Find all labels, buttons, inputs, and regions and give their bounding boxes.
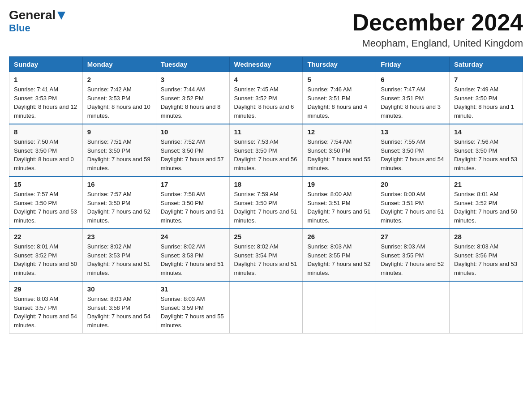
table-row: 22Sunrise: 8:01 AMSunset: 3:52 PMDayligh…	[9, 229, 83, 281]
daylight-text: Daylight: 7 hours and 50 minutes.	[454, 208, 517, 224]
day-info: Sunrise: 8:02 AMSunset: 3:53 PMDaylight:…	[161, 242, 225, 277]
day-number: 24	[161, 233, 225, 240]
table-row: 11Sunrise: 7:53 AMSunset: 3:50 PMDayligh…	[229, 124, 303, 176]
day-info: Sunrise: 7:41 AMSunset: 3:53 PMDaylight:…	[14, 85, 78, 120]
day-info: Sunrise: 7:51 AMSunset: 3:50 PMDaylight:…	[87, 137, 151, 172]
table-row	[303, 281, 376, 334]
subtitle: Meopham, England, United Kingdom	[352, 38, 523, 49]
day-info: Sunrise: 7:53 AMSunset: 3:50 PMDaylight:…	[234, 137, 298, 172]
daylight-text: Daylight: 7 hours and 50 minutes.	[14, 261, 77, 276]
calendar-week-row: 22Sunrise: 8:01 AMSunset: 3:52 PMDayligh…	[9, 229, 523, 281]
sunrise-text: Sunrise: 8:03 AM	[161, 295, 205, 302]
day-info: Sunrise: 8:01 AMSunset: 3:52 PMDaylight:…	[454, 190, 518, 225]
table-row: 19Sunrise: 8:00 AMSunset: 3:51 PMDayligh…	[303, 176, 376, 229]
day-number: 10	[161, 128, 225, 136]
sunset-text: Sunset: 3:50 PM	[234, 200, 277, 206]
daylight-text: Daylight: 7 hours and 54 minutes.	[14, 313, 77, 329]
day-info: Sunrise: 8:03 AMSunset: 3:55 PMDaylight:…	[307, 242, 371, 277]
daylight-text: Daylight: 7 hours and 51 minutes.	[161, 208, 224, 224]
calendar-week-row: 8Sunrise: 7:50 AMSunset: 3:50 PMDaylight…	[9, 124, 523, 176]
day-number: 16	[87, 180, 151, 188]
sunrise-text: Sunrise: 7:45 AM	[234, 86, 279, 93]
table-row: 9Sunrise: 7:51 AMSunset: 3:50 PMDaylight…	[82, 124, 156, 176]
table-row: 13Sunrise: 7:55 AMSunset: 3:50 PMDayligh…	[376, 124, 450, 176]
sunset-text: Sunset: 3:50 PM	[234, 147, 277, 154]
day-info: Sunrise: 7:45 AMSunset: 3:52 PMDaylight:…	[234, 85, 298, 120]
table-row: 29Sunrise: 8:03 AMSunset: 3:57 PMDayligh…	[9, 281, 83, 334]
daylight-text: Daylight: 7 hours and 59 minutes.	[87, 156, 150, 171]
table-row: 25Sunrise: 8:02 AMSunset: 3:54 PMDayligh…	[229, 229, 303, 281]
daylight-text: Daylight: 7 hours and 51 minutes.	[87, 261, 150, 276]
daylight-text: Daylight: 7 hours and 51 minutes.	[234, 261, 297, 276]
daylight-text: Daylight: 8 hours and 3 minutes.	[381, 103, 441, 119]
daylight-text: Daylight: 7 hours and 55 minutes.	[307, 156, 370, 171]
sunset-text: Sunset: 3:50 PM	[454, 147, 497, 154]
title-area: December 2024 Meopham, England, United K…	[352, 9, 523, 49]
sunset-text: Sunset: 3:55 PM	[307, 252, 350, 259]
daylight-text: Daylight: 7 hours and 54 minutes.	[381, 156, 444, 171]
day-number: 11	[234, 128, 298, 136]
day-info: Sunrise: 7:56 AMSunset: 3:50 PMDaylight:…	[454, 137, 518, 172]
day-number: 17	[161, 180, 225, 188]
daylight-text: Daylight: 7 hours and 52 minutes.	[307, 261, 370, 276]
daylight-text: Daylight: 7 hours and 54 minutes.	[87, 313, 150, 329]
table-row: 27Sunrise: 8:03 AMSunset: 3:55 PMDayligh…	[376, 229, 450, 281]
day-info: Sunrise: 7:57 AMSunset: 3:50 PMDaylight:…	[14, 190, 78, 225]
daylight-text: Daylight: 7 hours and 53 minutes.	[14, 208, 77, 224]
day-number: 9	[87, 128, 151, 136]
daylight-text: Daylight: 7 hours and 52 minutes.	[381, 261, 444, 276]
table-row: 30Sunrise: 8:03 AMSunset: 3:58 PMDayligh…	[82, 281, 156, 334]
sunset-text: Sunset: 3:50 PM	[161, 200, 204, 206]
daylight-text: Daylight: 8 hours and 12 minutes.	[14, 103, 77, 119]
logo-blue-text: Blue	[9, 22, 30, 34]
sunset-text: Sunset: 3:53 PM	[87, 252, 130, 259]
table-row: 31Sunrise: 8:03 AMSunset: 3:59 PMDayligh…	[156, 281, 229, 334]
day-number: 22	[14, 233, 78, 240]
day-info: Sunrise: 8:03 AMSunset: 3:58 PMDaylight:…	[87, 295, 151, 330]
day-info: Sunrise: 7:47 AMSunset: 3:51 PMDaylight:…	[381, 85, 445, 120]
daylight-text: Daylight: 8 hours and 8 minutes.	[161, 103, 221, 119]
day-info: Sunrise: 8:03 AMSunset: 3:56 PMDaylight:…	[454, 242, 518, 277]
sunrise-text: Sunrise: 7:44 AM	[161, 86, 205, 93]
sunrise-text: Sunrise: 8:03 AM	[307, 243, 352, 250]
table-row: 28Sunrise: 8:03 AMSunset: 3:56 PMDayligh…	[450, 229, 523, 281]
page-header: General Blue December 2024 Meopham, Engl…	[9, 9, 523, 49]
table-row: 10Sunrise: 7:52 AMSunset: 3:50 PMDayligh…	[156, 124, 229, 176]
day-number: 2	[87, 76, 151, 83]
sunset-text: Sunset: 3:52 PM	[14, 252, 57, 259]
sunset-text: Sunset: 3:58 PM	[87, 304, 130, 311]
header-friday: Friday	[376, 57, 450, 72]
calendar-week-row: 15Sunrise: 7:57 AMSunset: 3:50 PMDayligh…	[9, 176, 523, 229]
day-info: Sunrise: 7:42 AMSunset: 3:53 PMDaylight:…	[87, 85, 151, 120]
sunset-text: Sunset: 3:51 PM	[381, 200, 424, 206]
sunset-text: Sunset: 3:51 PM	[381, 95, 424, 102]
main-title: December 2024	[352, 9, 523, 36]
day-info: Sunrise: 7:55 AMSunset: 3:50 PMDaylight:…	[381, 137, 445, 172]
table-row: 7Sunrise: 7:49 AMSunset: 3:50 PMDaylight…	[450, 72, 523, 124]
day-info: Sunrise: 8:03 AMSunset: 3:55 PMDaylight:…	[381, 242, 445, 277]
day-info: Sunrise: 7:52 AMSunset: 3:50 PMDaylight:…	[161, 137, 225, 172]
sunset-text: Sunset: 3:53 PM	[87, 95, 130, 102]
sunset-text: Sunset: 3:55 PM	[381, 252, 424, 259]
table-row: 4Sunrise: 7:45 AMSunset: 3:52 PMDaylight…	[229, 72, 303, 124]
sunrise-text: Sunrise: 7:55 AM	[381, 138, 425, 145]
sunrise-text: Sunrise: 7:46 AM	[307, 86, 352, 93]
day-number: 5	[307, 76, 371, 83]
header-monday: Monday	[82, 57, 156, 72]
sunrise-text: Sunrise: 7:57 AM	[14, 191, 58, 197]
sunset-text: Sunset: 3:59 PM	[161, 304, 204, 311]
sunrise-text: Sunrise: 7:52 AM	[161, 138, 205, 145]
day-info: Sunrise: 8:00 AMSunset: 3:51 PMDaylight:…	[307, 190, 371, 225]
day-number: 26	[307, 233, 371, 240]
sunset-text: Sunset: 3:52 PM	[161, 95, 204, 102]
sunset-text: Sunset: 3:50 PM	[161, 147, 204, 154]
header-tuesday: Tuesday	[156, 57, 229, 72]
day-number: 30	[87, 285, 151, 293]
daylight-text: Daylight: 8 hours and 0 minutes.	[14, 156, 74, 171]
table-row: 16Sunrise: 7:57 AMSunset: 3:50 PMDayligh…	[82, 176, 156, 229]
sunrise-text: Sunrise: 8:03 AM	[14, 295, 58, 302]
sunrise-text: Sunrise: 8:02 AM	[234, 243, 279, 250]
daylight-text: Daylight: 8 hours and 1 minute.	[454, 103, 514, 119]
sunrise-text: Sunrise: 7:57 AM	[87, 191, 132, 197]
day-number: 15	[14, 180, 78, 188]
